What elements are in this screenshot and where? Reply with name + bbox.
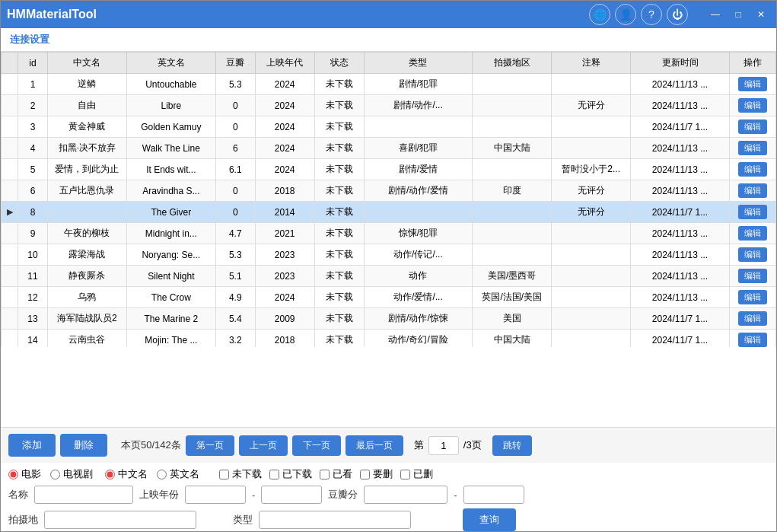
cell-cn: 自由 [48, 95, 127, 116]
cb-not-downloaded[interactable]: 未下载 [219, 467, 262, 481]
delete-button[interactable]: 删除 [60, 434, 107, 457]
last-page-button[interactable]: 最后一页 [346, 435, 403, 456]
table-row[interactable]: 13海军陆战队员2The Marine 25.42009未下载剧情/动作/惊悚美… [2, 308, 776, 330]
cell-score: 0 [215, 202, 255, 223]
cell-action[interactable]: 编辑 [729, 330, 775, 348]
edit-button[interactable]: 编辑 [738, 119, 767, 134]
cell-action[interactable]: 编辑 [729, 266, 775, 287]
cell-region [473, 159, 552, 180]
media-type-group: 电影 电视剧 [8, 467, 93, 481]
radio-en-name[interactable]: 英文名 [157, 467, 199, 481]
table-row[interactable]: 9午夜的柳枝Midnight in...4.72021未下载惊悚/犯罪2024/… [2, 223, 776, 244]
cell-note: 无评分 [552, 202, 631, 223]
cell-id: 9 [18, 223, 48, 244]
th-year: 上映年代 [255, 53, 314, 74]
table-row[interactable]: 6五卢比恩仇录Aravindha S...02018未下载剧情/动作/爱情印度无… [2, 180, 776, 202]
cell-action[interactable]: 编辑 [729, 308, 775, 330]
add-button[interactable]: 添加 [8, 434, 56, 457]
radio-cn-name[interactable]: 中文名 [105, 467, 148, 481]
cell-action[interactable]: 编辑 [729, 180, 775, 202]
table-row[interactable]: 5爱情，到此为止It Ends wit...6.12024未下载剧情/爱情暂时没… [2, 159, 776, 180]
edit-button[interactable]: 编辑 [738, 226, 767, 241]
cell-region [473, 244, 552, 266]
radio-movie-input[interactable] [8, 470, 18, 479]
cell-region: 英国/法国/美国 [473, 287, 552, 308]
table-row[interactable]: 11静夜厮杀Silent Night5.12023未下载动作美国/墨西哥2024… [2, 266, 776, 287]
cb-to-delete[interactable]: 要删 [360, 467, 393, 481]
table-row[interactable]: 14云南虫谷Mojin: The ...3.22018未下载动作/奇幻/冒险中国… [2, 330, 776, 348]
score-min-input[interactable] [364, 486, 447, 504]
type-input[interactable] [259, 511, 411, 529]
edit-button[interactable]: 编辑 [738, 162, 767, 177]
page-number-input[interactable] [428, 436, 459, 455]
query-button[interactable]: 查询 [463, 508, 516, 531]
table-row[interactable]: 2自由Libre02024未下载剧情/动作/...无评分2024/11/13 .… [2, 95, 776, 116]
region-input[interactable] [44, 511, 196, 529]
title-bar: HMMaterialTool 🌐 👤 ? ⏻ — □ ✕ [1, 1, 776, 28]
cell-action[interactable]: 编辑 [729, 159, 775, 180]
jump-button[interactable]: 跳转 [492, 435, 532, 456]
edit-button[interactable]: 编辑 [738, 290, 767, 304]
table-row[interactable]: 1逆鳞Untouchable5.32024未下载剧情/犯罪2024/11/13 … [2, 74, 776, 95]
table-row[interactable]: 12乌鸦The Crow4.92024未下载动作/爱情/...英国/法国/美国2… [2, 287, 776, 308]
table-row[interactable]: 10露梁海战Noryang: Se...5.32023未下载动作/传记/...2… [2, 244, 776, 266]
name-input[interactable] [34, 486, 133, 504]
edit-button[interactable]: 编辑 [738, 183, 767, 198]
radio-en-input[interactable] [157, 470, 167, 479]
globe-button[interactable]: 🌐 [589, 4, 610, 25]
cb-watched[interactable]: 已看 [320, 467, 352, 481]
breadcrumb[interactable]: 连接设置 [10, 33, 49, 45]
minimize-button[interactable]: — [706, 5, 724, 24]
year-end-input[interactable] [261, 486, 322, 504]
edit-button[interactable]: 编辑 [738, 311, 767, 326]
score-max-input[interactable] [463, 486, 524, 504]
cb-not-downloaded-input[interactable] [219, 470, 229, 479]
maximize-button[interactable]: □ [729, 5, 747, 24]
radio-cn-input[interactable] [105, 470, 115, 479]
edit-button[interactable]: 编辑 [738, 77, 767, 91]
cell-action[interactable]: 编辑 [729, 138, 775, 159]
year-start-input[interactable] [185, 486, 246, 504]
help-button[interactable]: ? [641, 4, 662, 25]
power-button[interactable]: ⏻ [667, 4, 688, 25]
cell-action[interactable]: 编辑 [729, 202, 775, 223]
cell-action[interactable]: 编辑 [729, 223, 775, 244]
cell-status: 未下载 [314, 95, 364, 116]
first-page-button[interactable]: 第一页 [186, 435, 234, 456]
table-row[interactable]: ▶8The Giver02014未下载无评分2024/11/7 1...编辑 [2, 202, 776, 223]
table-row[interactable]: 3黄金神威Golden Kamuy02024未下载2024/11/7 1...编… [2, 116, 776, 138]
th-indicator [2, 53, 18, 74]
cell-type: 剧情/动作/爱情 [364, 180, 473, 202]
cell-action[interactable]: 编辑 [729, 95, 775, 116]
edit-button[interactable]: 编辑 [738, 205, 767, 219]
edit-button[interactable]: 编辑 [738, 98, 767, 113]
edit-button[interactable]: 编辑 [738, 247, 767, 262]
user-button[interactable]: 👤 [615, 4, 636, 25]
cb-deleted-input[interactable] [400, 470, 410, 479]
cell-action[interactable]: 编辑 [729, 287, 775, 308]
radio-tv[interactable]: 电视剧 [50, 467, 93, 481]
edit-button[interactable]: 编辑 [738, 333, 767, 347]
radio-tv-input[interactable] [50, 470, 60, 479]
next-page-button[interactable]: 下一页 [292, 435, 341, 456]
edit-button[interactable]: 编辑 [738, 141, 767, 155]
radio-movie-label: 电影 [21, 467, 41, 481]
cell-id: 10 [18, 244, 48, 266]
cb-downloaded[interactable]: 已下载 [269, 467, 312, 481]
cell-action[interactable]: 编辑 [729, 244, 775, 266]
prev-page-button[interactable]: 上一页 [239, 435, 288, 456]
cb-deleted[interactable]: 已删 [400, 467, 433, 481]
table-scroll[interactable]: id 中文名 英文名 豆瓣 上映年代 状态 类型 拍摄地区 注释 更新时间 操作 [1, 52, 776, 347]
table-body: 1逆鳞Untouchable5.32024未下载剧情/犯罪2024/11/13 … [2, 74, 776, 348]
cell-action[interactable]: 编辑 [729, 116, 775, 138]
cb-downloaded-input[interactable] [269, 470, 279, 479]
radio-movie[interactable]: 电影 [8, 467, 41, 481]
cb-to-delete-input[interactable] [360, 470, 370, 479]
edit-button[interactable]: 编辑 [738, 269, 767, 283]
cell-en: Aravindha S... [126, 180, 215, 202]
table-row[interactable]: 4扣黑·决不放弃Walk The Line62024未下载喜剧/犯罪中国大陆20… [2, 138, 776, 159]
cb-watched-input[interactable] [320, 470, 330, 479]
cell-year: 2024 [255, 116, 314, 138]
close-button[interactable]: ✕ [752, 5, 770, 24]
cell-action[interactable]: 编辑 [729, 74, 775, 95]
